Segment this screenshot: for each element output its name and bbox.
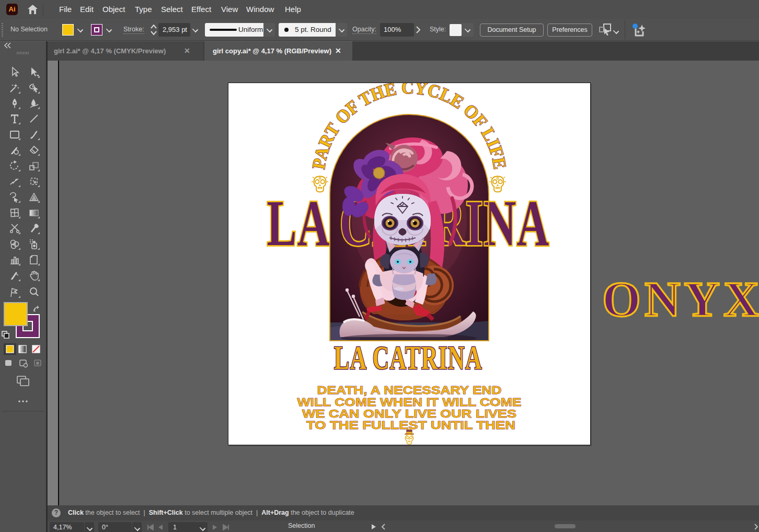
svg-text:LA CATRINA: LA CATRINA — [334, 339, 482, 376]
svg-text:WILL COME WHEN IT WILL COME: WILL COME WHEN IT WILL COME — [297, 396, 522, 409]
svg-text:DEATH, A NECESSARY END: DEATH, A NECESSARY END — [317, 384, 502, 397]
